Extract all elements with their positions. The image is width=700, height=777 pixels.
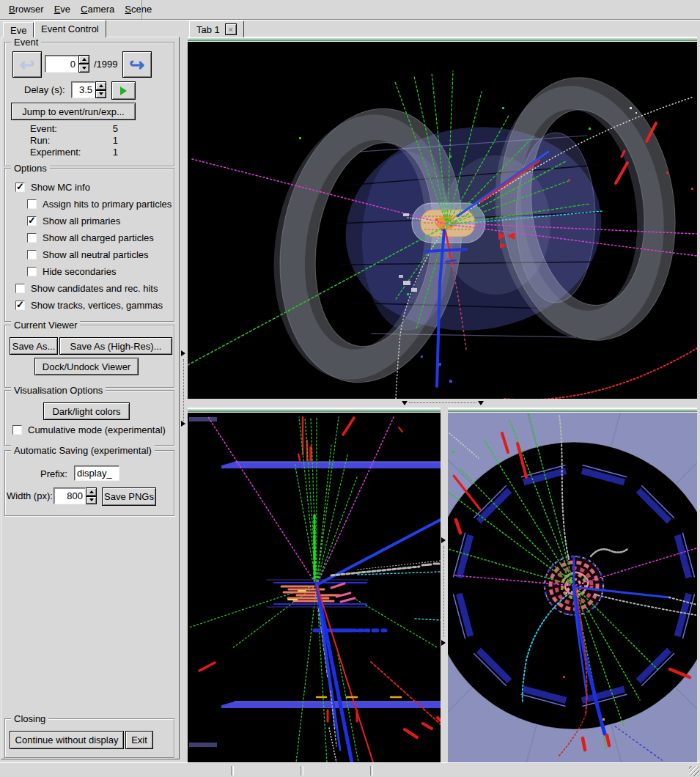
auto-saving-group: Automatic Saving (experimental) Prefix: … <box>4 450 174 516</box>
save-as-highres-button[interactable]: Save As (High-Res)... <box>59 337 172 355</box>
spin-up-button[interactable] <box>86 487 97 496</box>
menu-bar-divider <box>141 0 142 19</box>
checkbox-label[interactable]: Show all primaries <box>43 216 120 227</box>
tab-1[interactable]: Tab 1 × <box>189 21 244 37</box>
viewer-3d-canvas[interactable] <box>188 42 697 399</box>
save-pngs-button[interactable]: Save PNGs <box>102 487 156 506</box>
tab-close-button[interactable]: × <box>225 23 237 35</box>
status-separator <box>370 766 373 776</box>
cumulative-mode-label[interactable]: Cumulative mode (experimental) <box>28 424 166 435</box>
play-icon <box>120 86 127 95</box>
checkbox-label[interactable]: Show all neutral particles <box>43 249 149 260</box>
current-viewer-group: Current Viewer Save As... Save As (High-… <box>4 325 174 388</box>
width-input[interactable] <box>54 487 86 504</box>
event-info-label: Experiment: <box>30 147 81 158</box>
viewer-header-bar <box>188 408 441 413</box>
checkbox-label[interactable]: Show candidates and rec. hits <box>31 283 158 294</box>
checkbox-show-tracks-vertices-gammas[interactable] <box>15 301 25 310</box>
viewer-header-bar <box>448 408 697 413</box>
menu-bar: BrowserEveCameraScene <box>0 0 700 19</box>
option-row: Show all primaries <box>27 213 172 229</box>
jump-to-event-button[interactable]: Jump to event/run/exp... <box>11 103 136 120</box>
tab-event-control[interactable]: Event Control <box>34 20 106 37</box>
tab-eve[interactable]: Eve <box>3 22 34 37</box>
tab-1-label: Tab 1 <box>196 24 220 35</box>
checkbox-show-all-primaries[interactable] <box>27 216 37 226</box>
closing-group-title: Closing <box>11 713 48 724</box>
resize-grip[interactable] <box>689 766 699 776</box>
closing-group: Closing Continue without display Exit <box>4 718 174 758</box>
status-bar <box>0 762 700 777</box>
dark-light-colors-button[interactable]: Dark/light colors <box>43 402 130 420</box>
checkbox-label[interactable]: Show tracks, vertices, gammas <box>31 300 163 311</box>
event-info-row: Event:5 <box>30 123 147 135</box>
left-panel: Eve Event Control Event ↩ /1999 ↪ Delay … <box>0 21 183 762</box>
dock-undock-button[interactable]: Dock/Undock Viewer <box>34 358 139 375</box>
cumulative-mode-checkbox[interactable] <box>12 425 22 435</box>
viewer-header-bar <box>188 37 697 42</box>
event-group: Event ↩ /1999 ↪ Delay (s): Jump to ev <box>4 42 174 166</box>
checkbox-show-all-neutral-particles[interactable] <box>27 250 37 259</box>
checkbox-label[interactable]: Show MC info <box>31 182 90 193</box>
options-group-title: Options <box>11 163 50 174</box>
viewer-3d <box>188 37 697 399</box>
event-group-title: Event <box>11 37 41 48</box>
option-row: Hide secondaries <box>27 263 172 280</box>
checkbox-assign-hits-to-primary-particles[interactable] <box>27 199 37 209</box>
menu-browser[interactable]: Browser <box>7 0 45 18</box>
splitter-horizontal[interactable] <box>188 399 700 408</box>
spin-up-button[interactable] <box>95 81 106 90</box>
control-panel-frame: Event ↩ /1999 ↪ Delay (s): Jump to ev <box>1 37 180 759</box>
viewer-rhoz-canvas[interactable] <box>188 413 441 762</box>
event-number-input[interactable] <box>45 55 78 73</box>
splitter-panel-viewers[interactable] <box>180 21 188 762</box>
current-viewer-group-title: Current Viewer <box>11 320 80 331</box>
menu-camera[interactable]: Camera <box>79 0 116 18</box>
event-number-spinner <box>78 55 89 73</box>
viewer-rphi-canvas[interactable] <box>448 413 697 762</box>
menu-eve[interactable]: Eve <box>53 0 72 18</box>
checkbox-show-candidates-and-rec-hits[interactable] <box>15 284 25 293</box>
options-list: Show MC infoAssign hits to primary parti… <box>15 179 172 314</box>
option-row: Show MC info <box>15 179 172 196</box>
forward-arrow-icon: ↪ <box>130 54 145 76</box>
option-row: Show candidates and rec. hits <box>15 280 172 297</box>
delay-spinner <box>95 81 106 98</box>
continue-without-display-button[interactable]: Continue without display <box>10 731 124 749</box>
option-row: Show all neutral particles <box>27 246 172 263</box>
event-info: Event:5Run:1Experiment:1 <box>30 123 147 158</box>
prev-event-button[interactable]: ↩ <box>12 51 42 78</box>
checkbox-show-mc-info[interactable] <box>15 183 25 192</box>
exit-button[interactable]: Exit <box>125 731 153 749</box>
checkbox-label[interactable]: Assign hits to primary particles <box>43 199 172 210</box>
delay-input[interactable] <box>71 81 95 98</box>
options-group: Options Show MC infoAssign hits to prima… <box>4 168 174 322</box>
prefix-input[interactable] <box>74 465 119 481</box>
tab-eve-label: Eve <box>10 25 26 36</box>
spin-down-button[interactable] <box>78 64 89 73</box>
option-row: Show all charged particles <box>27 229 172 246</box>
spin-down-button[interactable] <box>86 496 97 505</box>
viewer-rphi <box>448 408 697 762</box>
option-row: Show tracks, vertices, gammas <box>15 297 172 314</box>
delay-label: Delay (s): <box>24 84 65 95</box>
checkbox-label[interactable]: Hide secondaries <box>43 266 116 277</box>
save-as-button[interactable]: Save As... <box>10 337 58 355</box>
auto-saving-group-title: Automatic Saving (experimental) <box>11 445 155 456</box>
splitter-bottom-vertical[interactable] <box>441 408 448 762</box>
event-info-value: 5 <box>113 123 118 135</box>
next-event-button[interactable]: ↪ <box>122 51 152 78</box>
visualisation-group: Visualisation Options Dark/light colors … <box>4 390 174 446</box>
checkbox-hide-secondaries[interactable] <box>27 267 37 276</box>
spin-up-button[interactable] <box>78 55 89 64</box>
prefix-label: Prefix: <box>40 468 67 479</box>
checkbox-show-all-charged-particles[interactable] <box>27 233 37 243</box>
viewer-tab-bar: Tab 1 × <box>188 21 700 37</box>
viewer-rhoz <box>188 408 441 762</box>
spin-down-button[interactable] <box>95 90 106 99</box>
checkbox-label[interactable]: Show all charged particles <box>43 232 154 243</box>
menu-scene[interactable]: Scene <box>123 0 153 18</box>
play-button[interactable] <box>111 81 136 100</box>
event-info-row: Experiment:1 <box>30 147 147 158</box>
event-info-row: Run:1 <box>30 135 147 147</box>
